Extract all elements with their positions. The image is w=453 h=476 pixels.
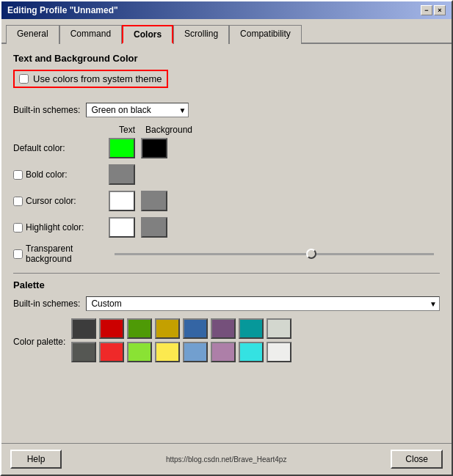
- palette-swatch-3[interactable]: [155, 318, 180, 339]
- cursor-color-checkbox[interactable]: [13, 197, 23, 206]
- title-bar: Editing Profile "Unnamed" − ×: [1, 1, 452, 19]
- scheme-dropdown[interactable]: Green on black: [86, 103, 189, 117]
- background-column-header: Background: [145, 125, 192, 135]
- tab-compatibility[interactable]: Compatibility: [229, 25, 302, 44]
- builtin-schemes-row: Built-in schemes: Green on black ▼: [13, 103, 440, 117]
- cursor-color-row: Cursor color:: [13, 191, 440, 211]
- use-system-theme-label: Use colors from system theme: [33, 73, 162, 84]
- window-title: Editing Profile "Unnamed": [7, 5, 118, 15]
- palette-swatch-12[interactable]: [183, 342, 208, 362]
- palette-row-1: [71, 318, 291, 339]
- cursor-bg-swatch[interactable]: [141, 191, 167, 211]
- palette-swatch-6[interactable]: [239, 318, 264, 339]
- palette-swatch-13[interactable]: [211, 342, 236, 362]
- use-system-theme-checkbox[interactable]: [19, 74, 29, 84]
- highlight-color-row: Highlight color:: [13, 217, 440, 238]
- palette-section: Palette Built-in schemes: Custom ▼ Color…: [13, 279, 440, 365]
- highlight-color-checkbox[interactable]: [13, 223, 23, 232]
- content-area: Text and Background Color Use colors fro…: [1, 44, 452, 443]
- close-button[interactable]: ×: [434, 5, 446, 15]
- bold-color-checkbox[interactable]: [13, 170, 23, 180]
- transparency-slider-thumb[interactable]: [306, 249, 316, 259]
- transparent-bg-checkbox[interactable]: [13, 249, 23, 259]
- palette-schemes-label: Built-in schemes:: [13, 299, 80, 309]
- default-color-row: Default color:: [13, 138, 440, 158]
- default-text-swatch[interactable]: [109, 138, 135, 158]
- palette-row-2: [71, 342, 291, 362]
- builtin-schemes-label: Built-in schemes:: [13, 105, 80, 115]
- palette-swatches: [71, 318, 291, 365]
- palette-swatch-10[interactable]: [127, 342, 152, 362]
- tab-scrolling[interactable]: Scrolling: [173, 25, 229, 44]
- cursor-color-label: Cursor color:: [13, 196, 109, 206]
- transparent-bg-row: Transparent background: [13, 244, 440, 264]
- palette-swatch-1[interactable]: [99, 318, 124, 339]
- tab-general[interactable]: General: [6, 25, 59, 44]
- text-column-header: Text: [109, 125, 145, 135]
- palette-swatch-2[interactable]: [127, 318, 152, 339]
- palette-swatch-15[interactable]: [267, 342, 291, 362]
- transparent-bg-label: Transparent background: [13, 244, 109, 264]
- main-window: Editing Profile "Unnamed" − × General Co…: [0, 0, 453, 476]
- default-color-label: Default color:: [13, 143, 109, 153]
- section-divider: [13, 273, 440, 274]
- highlight-color-label: Highlight color:: [13, 222, 109, 232]
- bold-text-swatch[interactable]: [109, 164, 135, 185]
- scheme-dropdown-wrap: Green on black ▼: [86, 103, 189, 117]
- tab-command[interactable]: Command: [59, 25, 122, 44]
- use-system-theme-row: Use colors from system theme: [13, 70, 168, 88]
- bold-color-row: Bold color:: [13, 164, 440, 185]
- title-buttons: − ×: [421, 5, 446, 15]
- color-column-headers: Text Background: [109, 125, 440, 135]
- palette-title: Palette: [13, 279, 440, 290]
- tab-bar: General Command Colors Scrolling Compati…: [1, 19, 452, 44]
- status-bar: https://blog.csdn.net/Brave_Heart4pz: [62, 455, 391, 464]
- palette-swatch-5[interactable]: [211, 318, 236, 339]
- bottom-bar: Help https://blog.csdn.net/Brave_Heart4p…: [1, 443, 452, 475]
- palette-swatch-11[interactable]: [155, 342, 180, 362]
- default-bg-swatch[interactable]: [141, 138, 167, 158]
- color-palette-label: Color palette:: [13, 337, 65, 347]
- close-dialog-button[interactable]: Close: [391, 450, 443, 469]
- text-bg-color-title: Text and Background Color: [13, 53, 440, 64]
- color-palette-row: Color palette:: [13, 318, 440, 365]
- bold-color-label: Bold color:: [13, 169, 109, 180]
- transparency-slider-track: [115, 253, 434, 255]
- palette-swatch-0[interactable]: [71, 318, 96, 339]
- palette-schemes-row: Built-in schemes: Custom ▼: [13, 296, 440, 311]
- palette-swatch-8[interactable]: [71, 342, 96, 362]
- palette-swatch-9[interactable]: [99, 342, 124, 362]
- highlight-text-swatch[interactable]: [109, 217, 135, 238]
- palette-swatch-7[interactable]: [267, 318, 291, 339]
- cursor-text-swatch[interactable]: [109, 191, 135, 211]
- palette-scheme-dropdown[interactable]: Custom: [86, 296, 440, 311]
- palette-dropdown-wrap: Custom ▼: [86, 296, 440, 311]
- help-button[interactable]: Help: [10, 450, 62, 469]
- minimize-button[interactable]: −: [421, 5, 432, 15]
- palette-swatch-14[interactable]: [239, 342, 264, 362]
- palette-swatch-4[interactable]: [183, 318, 208, 339]
- highlight-bg-swatch[interactable]: [141, 217, 167, 238]
- tab-colors[interactable]: Colors: [122, 25, 173, 44]
